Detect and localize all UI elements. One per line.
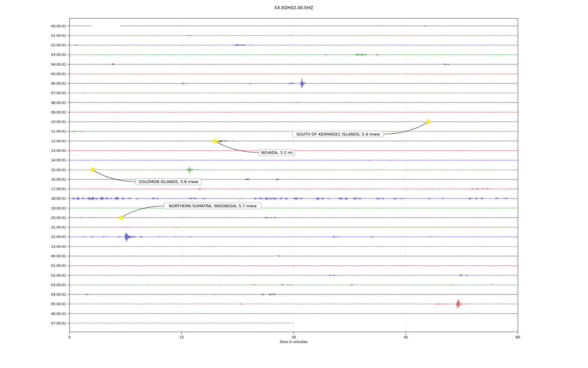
y-tick-label: 06:00:01 [51,82,66,86]
event-star-icon [89,167,96,173]
annotation-label: SOLOMON ISLANDS, 5.8 mww [139,179,198,184]
y-tick-label: 21:00:01 [51,225,66,229]
x-tick-label: 45 [404,335,408,339]
y-tick-label: 04:00:01 [51,63,66,67]
annotation-label: NEVADA, 3.2 ml [261,150,293,155]
x-tick-label: 15 [179,335,184,339]
trace-row-0 [70,25,518,26]
trace-row-27 [70,284,518,286]
trace-row-24 [70,255,518,256]
trace-row-12 [70,140,518,142]
y-tick-label: 14:00:01 [51,158,66,162]
annotation-box: SOUTH OF KERMADEC ISLANDS, 5.9 mww [292,131,384,137]
trace-row-18 [70,197,518,200]
annotation-label: NORTHERN SUMATRA, INDONESIA, 5.7 mww [169,204,257,208]
y-tick-label: 02:00:01 [51,43,66,47]
y-tick-label: 11:00:01 [51,129,66,133]
y-tick-label: 17:00:01 [51,187,66,191]
y-tick-label: 00:00:01 [51,24,66,28]
y-tick-label: 02:00:01 [51,274,66,278]
annotation-leader [93,170,136,182]
trace-row-22 [70,233,518,242]
trace-row-31 [70,323,294,323]
y-tick-label: 00:00:01 [51,254,66,258]
trace-row-8 [70,102,518,103]
y-tick-label: 01:00:01 [51,264,66,268]
y-tick-label: 05:00:01 [51,302,66,306]
y-tick-label: 09:00:01 [51,110,66,114]
trace-row-30 [70,313,518,314]
y-tick-label: 04:00:01 [51,293,66,297]
y-tick-label: 20:00:01 [51,216,66,220]
y-tick-label: 15:00:01 [51,168,66,172]
x-tick-label: 60 [516,335,520,339]
x-tick-label: 0 [68,335,70,339]
trace-row-4 [70,63,518,65]
y-tick-label: 08:00:01 [51,101,66,105]
trace-row-25 [70,265,518,266]
y-tick-label: 18:00:01 [51,197,66,201]
y-tick-label: 23:00:01 [51,245,66,249]
y-tick-label: 03:00:01 [51,283,66,287]
trace-row-17 [70,188,518,190]
seismogram-plot: XX.EDH02.00.EHZ 01530456000:00:0101:00:0… [0,0,588,368]
y-tick-label: 12:00:01 [51,139,66,143]
y-tick-label: 05:00:01 [51,72,66,76]
y-tick-label: 19:00:01 [51,206,66,210]
annotation-leader [121,206,164,218]
y-tick-label: 01:00:01 [51,34,66,38]
y-tick-label: 07:00:01 [51,91,66,95]
x-tick-label: 30 [292,335,296,339]
plot-layers: 01530456000:00:0101:00:0102:00:0103:00:0… [51,18,520,339]
annotation-leader [215,141,259,153]
event-star-icon [212,138,218,144]
plot-title: XX.EDH02.00.EHZ [274,5,313,10]
trace-row-10 [70,122,518,122]
annotation-box: SOLOMON ISLANDS, 5.8 mww [136,178,202,185]
annotation-box: NORTHERN SUMATRA, INDONESIA, 5.7 mww [164,203,261,209]
trace-row-26 [70,274,518,276]
annotation-leader [384,122,428,134]
event-star-icon [425,118,432,125]
annotation-box: NEVADA, 3.2 ml [259,149,295,156]
y-tick-label: 07:00:01 [51,321,66,325]
trace-row-9 [70,112,518,113]
event-star-icon [118,214,124,220]
y-tick-label: 22:00:01 [51,235,66,239]
y-tick-label: 06:00:01 [51,312,66,316]
x-axis-label: time in minutes [280,340,307,344]
trace-row-5 [70,74,518,74]
trace-row-2 [70,44,518,46]
y-tick-label: 16:00:01 [51,178,66,182]
y-tick-label: 03:00:01 [51,53,66,57]
y-tick-label: 13:00:01 [51,149,66,153]
trace-row-28 [70,293,518,295]
figure: XX.EDH02.00.EHZ 01530456000:00:0101:00:0… [0,0,588,368]
y-tick-label: 10:00:01 [51,120,66,124]
annotation-label: SOUTH OF KERMADEC ISLANDS, 5.9 mww [296,132,380,136]
trace-row-14 [70,160,518,160]
trace-row-19 [70,208,518,208]
